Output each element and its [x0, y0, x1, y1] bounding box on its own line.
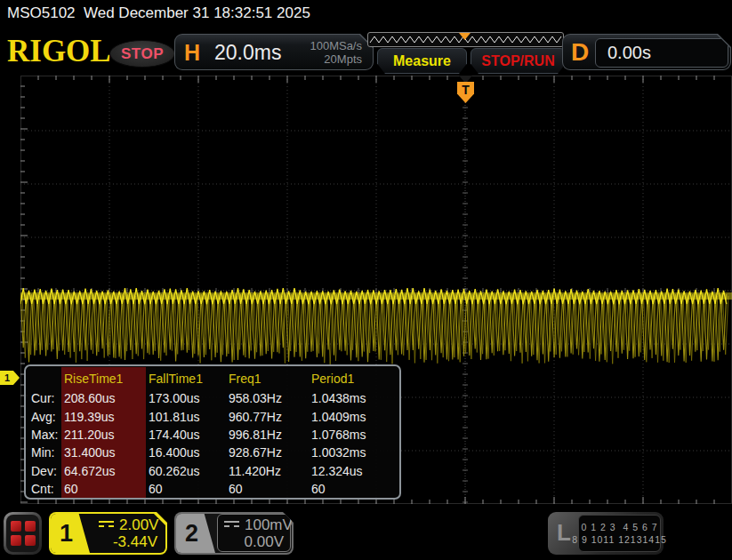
meas-value: 1.0409ms [309, 407, 397, 425]
model-and-datetime: MSO5102 Wed December 31 18:32:51 2025 [7, 4, 310, 22]
meas-value: 1.0768ms [309, 426, 397, 444]
meas-value: 1.0032ms [309, 444, 397, 461]
meas-value: 60 [226, 480, 309, 498]
dc-coupling-icon [99, 521, 114, 531]
meas-row-label: Cur: [28, 389, 61, 407]
delay-value: 0.00s [607, 43, 651, 63]
digital-channels-row1: 0 1 2 3 4 5 6 7 [581, 521, 657, 533]
meas-value: 208.60us [61, 389, 146, 407]
meas-value: 16.400us [146, 444, 226, 461]
timebase-value: 20.0ms [214, 41, 281, 65]
meas-value: 173.00us [146, 389, 226, 407]
meas-value: 101.81us [146, 407, 226, 425]
channel1-badge[interactable]: 1 2.00V -3.44V [49, 512, 167, 555]
meas-corner-cell [28, 367, 61, 389]
meas-value: 928.67Hz [226, 444, 309, 461]
meas-value: 960.77Hz [226, 407, 309, 425]
meas-value: 996.81Hz [226, 426, 309, 444]
meas-value: 174.40us [146, 426, 226, 444]
channel1-offset: -3.44V [113, 533, 157, 551]
oscilloscope-screen: MSO5102 Wed December 31 18:32:51 2025 RI… [0, 0, 732, 560]
meas-value: 12.324us [309, 462, 397, 480]
titlebar: MSO5102 Wed December 31 18:32:51 2025 [0, 0, 732, 27]
channel1-offset-marker[interactable]: 1 [0, 371, 20, 385]
meas-row-label: Avg: [28, 407, 61, 425]
horizontal-panel[interactable]: H 20.0ms 100MSa/s 20Mpts [174, 34, 374, 70]
measurement-table: RiseTime1 FallTime1 Freq1 Period1 Cur: 2… [24, 364, 401, 500]
delay-panel[interactable]: D 0.00s [562, 34, 731, 70]
meas-value: 1.0438ms [309, 389, 397, 407]
acquisition-status-badge: STOP [109, 40, 175, 68]
meas-value: 958.03Hz [226, 389, 309, 407]
meas-row-label: Min: [28, 444, 61, 461]
menu-grid-button[interactable] [4, 512, 42, 555]
channel2-badge[interactable]: 2 100mV 0.00V [174, 512, 294, 555]
meas-header-risetime[interactable]: RiseTime1 [61, 367, 146, 389]
logic-analyzer-label: L [557, 519, 571, 547]
dc-coupling-icon [224, 521, 239, 531]
delay-value-box: 0.00s [595, 38, 728, 68]
rigol-logo: RIGOL [7, 36, 111, 67]
meas-row-label: Max: [28, 426, 61, 444]
meas-row-label: Cnt: [28, 480, 61, 498]
meas-value: 211.20us [61, 426, 146, 444]
menu-grid-icon [6, 515, 39, 552]
digital-channels-row2: 8 9 1011 12131415 [572, 533, 667, 546]
meas-value: 11.420Hz [226, 462, 309, 480]
meas-header-freq[interactable]: Freq1 [226, 367, 309, 389]
meas-value: 31.400us [61, 444, 146, 461]
logic-analyzer-badge[interactable]: L 0 1 2 3 4 5 6 7 8 9 1011 12131415 [548, 512, 664, 555]
meas-value: 60 [146, 480, 226, 498]
acquisition-status-text: STOP [121, 45, 164, 63]
meas-value: 60.262us [146, 462, 226, 480]
meas-value: 60 [309, 480, 397, 498]
channel2-offset: 0.00V [245, 533, 284, 551]
samplerate-memdepth: 100MSa/s 20Mpts [310, 39, 362, 66]
digital-channels-box: 0 1 2 3 4 5 6 7 8 9 1011 12131415 [578, 515, 661, 552]
meas-row-label: Dev: [28, 462, 61, 480]
stop-run-button[interactable]: STOP/RUN [471, 48, 566, 74]
channel1-scale: 2.00V [119, 516, 158, 534]
channel2-scale: 100mV [245, 516, 293, 534]
meas-value: 64.672us [61, 462, 146, 480]
horizontal-label: H [184, 40, 200, 66]
measure-button[interactable]: Measure [377, 48, 467, 74]
meas-header-falltime[interactable]: FallTime1 [146, 367, 226, 389]
meas-value: 60 [61, 480, 146, 498]
meas-header-period[interactable]: Period1 [309, 367, 397, 389]
delay-label: D [571, 38, 589, 67]
meas-value: 119.39us [61, 407, 146, 425]
